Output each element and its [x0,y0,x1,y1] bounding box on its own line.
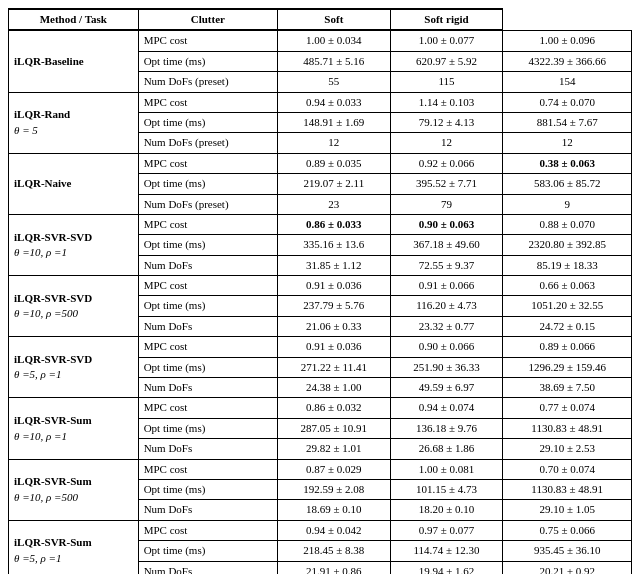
clutter-value: 23 [278,194,391,214]
metric-label: MPC cost [138,92,277,112]
method-cell: iLQR-SVR-Sumθ =10, ρ =1 [9,398,139,459]
soft-rigid-value: 935.45 ± 36.10 [503,541,632,561]
metric-label: Opt time (ms) [138,418,277,438]
metric-label: Num DoFs [138,378,277,398]
soft-rigid-value: 38.69 ± 7.50 [503,378,632,398]
metric-label: Opt time (ms) [138,541,277,561]
soft-value: 26.68 ± 1.86 [390,439,503,459]
soft-rigid-value: 154 [503,72,632,92]
clutter-value: 192.59 ± 2.08 [278,479,391,499]
clutter-value: 485.71 ± 5.16 [278,51,391,71]
soft-value: 1.00 ± 0.077 [390,30,503,51]
col-header-soft: Soft [278,9,391,30]
metric-label: Num DoFs [138,255,277,275]
soft-rigid-value: 1296.29 ± 159.46 [503,357,632,377]
soft-value: 0.92 ± 0.066 [390,153,503,173]
clutter-value: 218.45 ± 8.38 [278,541,391,561]
metric-label: Num DoFs (preset) [138,133,277,153]
soft-rigid-value: 0.75 ± 0.066 [503,520,632,540]
method-cell: iLQR-Baseline [9,30,139,92]
clutter-value: 0.86 ± 0.033 [278,214,391,234]
clutter-value: 21.91 ± 0.86 [278,561,391,574]
metric-label: MPC cost [138,459,277,479]
metric-label: Opt time (ms) [138,112,277,132]
clutter-value: 24.38 ± 1.00 [278,378,391,398]
soft-value: 49.59 ± 6.97 [390,378,503,398]
clutter-value: 148.91 ± 1.69 [278,112,391,132]
soft-rigid-value: 0.38 ± 0.063 [503,153,632,173]
soft-rigid-value: 0.74 ± 0.070 [503,92,632,112]
clutter-value: 18.69 ± 0.10 [278,500,391,520]
soft-value: 23.32 ± 0.77 [390,316,503,336]
clutter-value: 0.87 ± 0.029 [278,459,391,479]
col-header-clutter: Clutter [138,9,277,30]
clutter-value: 0.94 ± 0.042 [278,520,391,540]
metric-label: Num DoFs [138,500,277,520]
soft-rigid-value: 9 [503,194,632,214]
metric-label: MPC cost [138,214,277,234]
clutter-value: 0.91 ± 0.036 [278,276,391,296]
metric-label: Opt time (ms) [138,296,277,316]
method-cell: iLQR-Randθ = 5 [9,92,139,153]
method-cell: iLQR-SVR-Sumθ =10, ρ =500 [9,459,139,520]
soft-rigid-value: 24.72 ± 0.15 [503,316,632,336]
soft-rigid-value: 1130.83 ± 48.91 [503,479,632,499]
soft-value: 115 [390,72,503,92]
method-cell: iLQR-SVR-SVDθ =10, ρ =1 [9,214,139,275]
clutter-value: 29.82 ± 1.01 [278,439,391,459]
soft-value: 12 [390,133,503,153]
soft-rigid-value: 0.88 ± 0.070 [503,214,632,234]
metric-label: Num DoFs [138,561,277,574]
method-cell: iLQR-Naive [9,153,139,214]
soft-rigid-value: 1130.83 ± 48.91 [503,418,632,438]
soft-value: 79.12 ± 4.13 [390,112,503,132]
metric-label: MPC cost [138,153,277,173]
soft-value: 395.52 ± 7.71 [390,174,503,194]
col-header-method: Method / Task [9,9,139,30]
clutter-value: 21.06 ± 0.33 [278,316,391,336]
soft-rigid-value: 29.10 ± 1.05 [503,500,632,520]
clutter-value: 0.94 ± 0.033 [278,92,391,112]
soft-value: 136.18 ± 9.76 [390,418,503,438]
clutter-value: 0.91 ± 0.036 [278,337,391,357]
soft-value: 72.55 ± 9.37 [390,255,503,275]
method-cell: iLQR-SVR-SVDθ =5, ρ =1 [9,337,139,398]
soft-value: 0.94 ± 0.074 [390,398,503,418]
metric-label: Num DoFs [138,316,277,336]
soft-value: 116.20 ± 4.73 [390,296,503,316]
metric-label: Opt time (ms) [138,174,277,194]
soft-rigid-value: 1051.20 ± 32.55 [503,296,632,316]
clutter-value: 287.05 ± 10.91 [278,418,391,438]
soft-rigid-value: 4322.39 ± 366.66 [503,51,632,71]
soft-rigid-value: 85.19 ± 18.33 [503,255,632,275]
clutter-value: 237.79 ± 5.76 [278,296,391,316]
results-table: Method / Task Clutter Soft Soft rigid iL… [8,8,632,574]
soft-rigid-value: 0.89 ± 0.066 [503,337,632,357]
soft-value: 101.15 ± 4.73 [390,479,503,499]
metric-label: MPC cost [138,398,277,418]
soft-value: 1.00 ± 0.081 [390,459,503,479]
soft-value: 0.90 ± 0.066 [390,337,503,357]
soft-rigid-value: 20.21 ± 0.92 [503,561,632,574]
soft-value: 0.97 ± 0.077 [390,520,503,540]
soft-value: 251.90 ± 36.33 [390,357,503,377]
method-cell: iLQR-SVR-SVDθ =10, ρ =500 [9,276,139,337]
col-header-soft-rigid: Soft rigid [390,9,503,30]
clutter-value: 0.86 ± 0.032 [278,398,391,418]
metric-label: Num DoFs (preset) [138,194,277,214]
metric-label: MPC cost [138,520,277,540]
clutter-value: 0.89 ± 0.035 [278,153,391,173]
soft-rigid-value: 0.66 ± 0.063 [503,276,632,296]
metric-label: MPC cost [138,276,277,296]
soft-value: 0.91 ± 0.066 [390,276,503,296]
clutter-value: 335.16 ± 13.6 [278,235,391,255]
soft-rigid-value: 12 [503,133,632,153]
metric-label: Opt time (ms) [138,357,277,377]
soft-rigid-value: 583.06 ± 85.72 [503,174,632,194]
soft-value: 114.74 ± 12.30 [390,541,503,561]
metric-label: Opt time (ms) [138,235,277,255]
soft-rigid-value: 0.70 ± 0.074 [503,459,632,479]
soft-rigid-value: 2320.80 ± 392.85 [503,235,632,255]
metric-label: Num DoFs (preset) [138,72,277,92]
metric-label: Opt time (ms) [138,51,277,71]
